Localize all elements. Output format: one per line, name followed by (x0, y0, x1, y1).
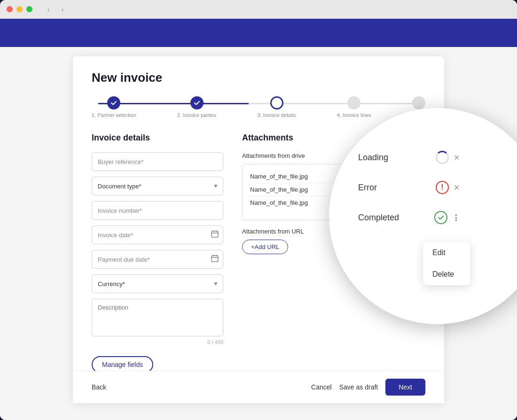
step-2: 2. Invoice parties (177, 96, 216, 118)
currency-wrapper: Currency* ▼ (92, 274, 223, 293)
step-label-2: 2. Invoice parties (177, 112, 216, 118)
mac-titlebar: ‹ › (0, 0, 517, 19)
minimize-button[interactable] (16, 6, 23, 12)
cancel-button[interactable]: Cancel (311, 383, 332, 391)
app-header (0, 19, 517, 47)
document-type-field: Document type* ▼ (92, 177, 223, 195)
completed-checkmark-icon (434, 211, 447, 224)
next-button[interactable]: Next (385, 379, 425, 396)
invoice-number-input[interactable] (92, 201, 223, 220)
step-4: 4. Invoice lines (337, 96, 371, 118)
step-3: 3. Invoice details (258, 96, 296, 118)
payment-due-date-input[interactable] (92, 250, 223, 269)
buyer-reference-input[interactable] (92, 152, 223, 171)
invoice-details-title: Invoice details (92, 133, 223, 143)
back-nav-button[interactable]: ‹ (43, 4, 54, 15)
loading-status-item: Loading ✕ (352, 147, 465, 168)
maximize-button[interactable] (26, 6, 32, 12)
error-status-item: Error ! ✕ (352, 177, 465, 198)
edit-menu-item[interactable]: Edit (423, 242, 470, 264)
step-circle-5 (412, 96, 425, 109)
error-close-icon[interactable]: ✕ (454, 183, 460, 192)
mac-nav: ‹ › (43, 4, 68, 15)
save-draft-button[interactable]: Save as draft (339, 383, 378, 391)
completed-status-item: Completed ⋮ (352, 207, 465, 228)
left-column: Invoice details Document type* ▼ (92, 133, 223, 389)
footer-right: Cancel Save as draft Next (311, 379, 425, 396)
loading-icons: ✕ (436, 151, 460, 164)
document-type-select[interactable]: Document type* (92, 177, 223, 195)
progress-bar: 1. Partner selection 2. Invoice parties … (92, 96, 425, 118)
error-icons: ! ✕ (436, 181, 460, 194)
currency-select[interactable]: Currency* (92, 274, 223, 293)
delete-menu-item[interactable]: Delete (423, 264, 470, 285)
buyer-reference-field (92, 152, 223, 171)
step-circle-3 (270, 96, 283, 109)
document-type-wrapper: Document type* ▼ (92, 177, 223, 195)
mac-window: ‹ › New invoice (0, 0, 517, 420)
step-circle-1 (107, 96, 120, 109)
forward-nav-button[interactable]: › (57, 4, 68, 15)
step-label-1: 1. Partner selection (92, 112, 136, 118)
spinner-icon (436, 151, 449, 164)
loading-close-icon[interactable]: ✕ (454, 153, 460, 162)
close-button[interactable] (7, 6, 13, 12)
description-field: 0 / 400 (92, 299, 223, 345)
step-label-4: 4. Invoice lines (337, 112, 371, 118)
main-background: New invoice 1. Partner selection (0, 47, 517, 420)
invoice-number-field (92, 201, 223, 220)
progress-steps: 1. Partner selection 2. Invoice parties … (92, 96, 425, 118)
add-url-button[interactable]: +Add URL (242, 240, 288, 254)
description-textarea[interactable] (92, 299, 223, 336)
invoice-date-input[interactable] (92, 226, 223, 244)
footer: Back Cancel Save as draft Next (73, 371, 444, 403)
completed-icons: ⋮ (434, 211, 460, 224)
card-wrapper: New invoice 1. Partner selection (0, 47, 517, 412)
step-1: 1. Partner selection (92, 96, 136, 118)
char-count: 0 / 400 (92, 339, 223, 345)
step-circle-4 (347, 96, 360, 109)
page-title: New invoice (92, 70, 425, 85)
three-dots-icon[interactable]: ⋮ (452, 213, 460, 222)
step-label-3: 3. Invoice details (258, 112, 296, 118)
back-button[interactable]: Back (92, 383, 106, 391)
completed-label: Completed (358, 213, 399, 223)
loading-label: Loading (358, 153, 388, 163)
invoice-date-wrapper (92, 226, 223, 244)
step-circle-2 (190, 96, 204, 109)
error-icon: ! (436, 181, 449, 194)
context-menu: Edit Delete (423, 242, 470, 285)
payment-due-date-wrapper (92, 250, 223, 269)
payment-due-date-field (92, 250, 223, 269)
error-label: Error (358, 183, 377, 193)
invoice-date-field (92, 226, 223, 244)
currency-field: Currency* ▼ (92, 274, 223, 293)
